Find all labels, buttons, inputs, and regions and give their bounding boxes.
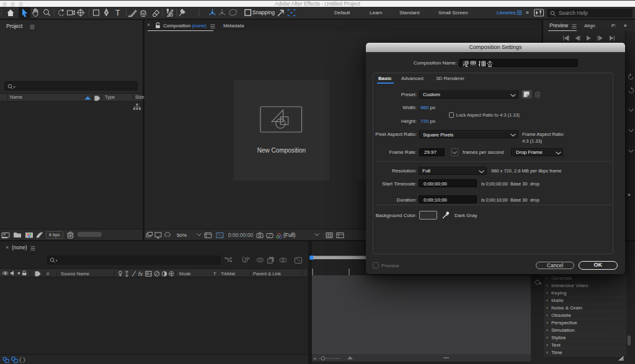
svg-text:fx: fx — [138, 271, 143, 277]
svg-text:T: T — [115, 9, 120, 17]
